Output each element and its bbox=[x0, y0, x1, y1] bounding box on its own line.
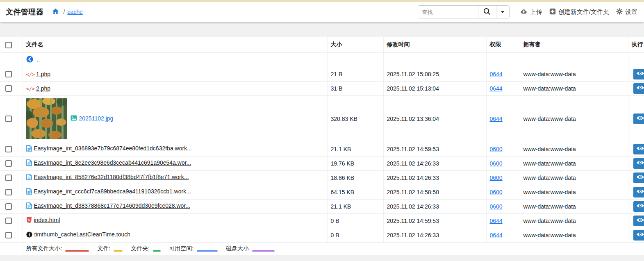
row-checkbox[interactable] bbox=[5, 189, 12, 195]
eye-icon bbox=[636, 85, 644, 92]
settings-button[interactable]: 设置 bbox=[616, 8, 637, 16]
document-file-icon bbox=[26, 145, 32, 153]
eye-icon bbox=[636, 217, 644, 224]
footer-band bbox=[0, 255, 644, 261]
perms-link[interactable]: 0600 bbox=[490, 175, 503, 181]
file-modified: 2025.11.02 14:26:33 bbox=[383, 199, 486, 213]
summary-label: 所有文件大小: bbox=[26, 245, 62, 252]
perms-link[interactable]: 0600 bbox=[490, 189, 503, 195]
file-size: 0 B bbox=[327, 213, 383, 228]
search-group bbox=[418, 5, 510, 18]
view-file-button[interactable] bbox=[633, 172, 644, 183]
column-header-filename: 文件名 bbox=[23, 37, 327, 52]
search-button[interactable] bbox=[478, 6, 496, 18]
file-link[interactable]: 2.php bbox=[36, 85, 50, 92]
file-link[interactable]: 1.php bbox=[36, 71, 50, 77]
perms-link[interactable]: 0600 bbox=[490, 160, 503, 167]
perms-link[interactable]: 0644 bbox=[490, 85, 503, 92]
breadcrumb-cache-link[interactable]: cache bbox=[67, 9, 82, 15]
eye-icon bbox=[636, 70, 644, 77]
view-file-button[interactable] bbox=[633, 216, 644, 226]
view-file-button[interactable] bbox=[633, 144, 644, 154]
file-modified: 2025.11.02 14:26:33 bbox=[383, 156, 486, 170]
table-header-row: 文件名 大小 修改时间 权限 拥有者 执行 bbox=[0, 37, 644, 52]
file-modified: 2025.11.02 15:08:25 bbox=[383, 67, 486, 81]
summary-label: 磁盘大小 bbox=[226, 245, 249, 252]
file-modified: 2025.11.02 14:58:50 bbox=[383, 185, 486, 199]
row-checkbox[interactable] bbox=[5, 71, 12, 77]
file-size: 64.15 KB bbox=[327, 185, 383, 199]
eye-icon bbox=[636, 231, 644, 238]
row-checkbox[interactable] bbox=[5, 175, 12, 181]
file-thumbnail[interactable] bbox=[26, 98, 67, 139]
eye-icon bbox=[636, 160, 644, 167]
file-manager-screen: 文件管理器 / cache bbox=[0, 0, 644, 261]
file-link[interactable]: EasyImage_int_d38378868c177e714609dd30e9… bbox=[34, 202, 190, 209]
view-file-button[interactable] bbox=[633, 158, 644, 169]
row-checkbox[interactable] bbox=[5, 203, 12, 210]
row-checkbox[interactable] bbox=[5, 218, 12, 224]
view-file-button[interactable] bbox=[633, 83, 644, 94]
summary-value-underline bbox=[153, 250, 161, 252]
file-row: 5index.html0 B2025.11.02 14:59:530644www… bbox=[0, 213, 644, 228]
app-header: 文件管理器 / cache bbox=[0, 2, 644, 22]
select-all-checkbox[interactable] bbox=[5, 42, 12, 48]
summary-label: 文件: bbox=[97, 245, 110, 252]
file-owner: www-data:www-data bbox=[520, 81, 628, 95]
file-link[interactable]: EasyImage_int_8e2ee3c98e6d3cecab441c691a… bbox=[34, 159, 191, 166]
perms-link[interactable]: 0600 bbox=[490, 203, 503, 210]
file-link[interactable]: EasyImage_int_ccc6cf7ca89bbedca9a4119103… bbox=[34, 188, 191, 195]
summary-value-underline bbox=[197, 250, 218, 252]
file-link[interactable]: timthumb_cacheLastCleanTime.touch bbox=[34, 231, 131, 238]
perms-link[interactable]: 0644 bbox=[490, 232, 503, 238]
breadcrumb-home-link[interactable] bbox=[52, 8, 61, 16]
summary-value-underline bbox=[114, 250, 123, 252]
row-checkbox[interactable] bbox=[5, 146, 12, 152]
file-link[interactable]: EasyImage_int_858276e32d1180df38bd47f7fb… bbox=[34, 174, 189, 180]
eye-icon bbox=[636, 145, 644, 152]
create-button[interactable]: 创建新文件/文件夹 bbox=[549, 8, 609, 16]
file-size: 31 B bbox=[327, 81, 383, 95]
perms-link[interactable]: 0644 bbox=[490, 116, 503, 122]
document-file-icon bbox=[26, 188, 32, 196]
view-file-button[interactable] bbox=[633, 230, 644, 241]
perms-link[interactable]: 0644 bbox=[490, 218, 503, 224]
file-size: 320.83 KB bbox=[327, 95, 383, 142]
eye-icon bbox=[636, 188, 644, 195]
view-file-button[interactable] bbox=[633, 201, 644, 212]
search-input[interactable] bbox=[418, 6, 478, 18]
file-owner: www-data:www-data bbox=[520, 142, 628, 156]
eye-icon bbox=[636, 115, 644, 122]
column-header-modified: 修改时间 bbox=[383, 37, 486, 52]
search-options-button[interactable] bbox=[496, 6, 509, 18]
perms-link[interactable]: 0644 bbox=[490, 71, 503, 77]
row-checkbox[interactable] bbox=[5, 232, 12, 238]
parent-dir-link[interactable]: .. bbox=[36, 56, 40, 63]
file-modified: 2025.11.02 13:36:04 bbox=[383, 95, 486, 142]
file-size: 19.76 KB bbox=[327, 156, 383, 170]
perms-link[interactable]: 0600 bbox=[490, 146, 503, 152]
row-checkbox[interactable] bbox=[5, 160, 12, 167]
file-row: 20251102.jpg320.83 KB2025.11.02 13:36:04… bbox=[0, 95, 644, 142]
back-circle-icon bbox=[26, 56, 33, 64]
file-owner: www-data:www-data bbox=[520, 67, 628, 81]
upload-button[interactable]: 上传 bbox=[520, 8, 542, 16]
settings-button-label: 设置 bbox=[625, 8, 637, 16]
file-link[interactable]: EasyImage_int_036893e7b79c6874ee80fed1dc… bbox=[34, 145, 192, 152]
eye-icon bbox=[636, 203, 644, 210]
eye-icon bbox=[636, 174, 644, 181]
view-file-button[interactable] bbox=[633, 69, 644, 79]
view-file-button[interactable] bbox=[633, 187, 644, 197]
summary-label: 文件夹: bbox=[131, 245, 150, 252]
header-left: 文件管理器 / cache bbox=[6, 7, 83, 17]
view-file-button[interactable] bbox=[633, 113, 644, 124]
row-checkbox[interactable] bbox=[5, 116, 12, 122]
file-owner: www-data:www-data bbox=[520, 213, 628, 228]
summary-value-underline bbox=[65, 250, 89, 252]
file-row: EasyImage_int_ccc6cf7ca89bbedca9a4119103… bbox=[0, 185, 644, 199]
file-owner: www-data:www-data bbox=[520, 185, 628, 199]
file-link[interactable]: 20251102.jpg bbox=[79, 115, 114, 121]
summary-row: 所有文件大小:文件:文件夹:可用空间:磁盘大小 bbox=[0, 242, 644, 255]
file-link[interactable]: index.html bbox=[34, 217, 60, 223]
row-checkbox[interactable] bbox=[5, 85, 12, 92]
